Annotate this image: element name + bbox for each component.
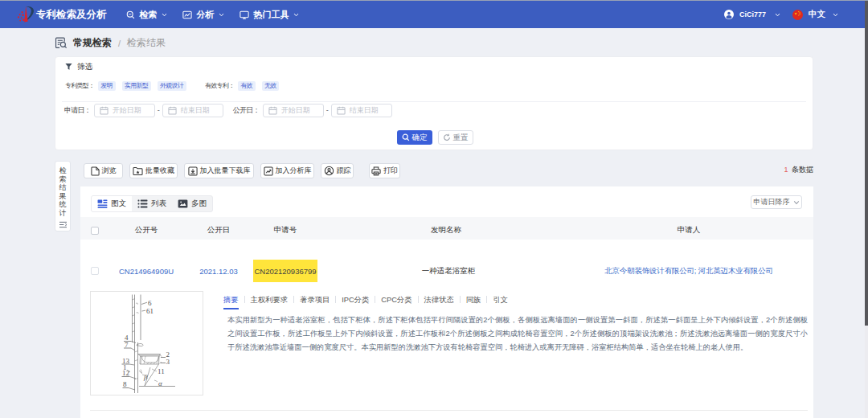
svg-text:7: 7 [125,341,129,349]
svg-text:α: α [158,379,162,387]
svg-text:β: β [143,373,148,381]
svg-text:11: 11 [158,367,165,375]
svg-text:61: 61 [146,307,154,315]
svg-text:3: 3 [166,358,170,366]
svg-text:8: 8 [123,380,127,388]
svg-text:6: 6 [148,299,152,307]
svg-text:12: 12 [122,369,129,377]
